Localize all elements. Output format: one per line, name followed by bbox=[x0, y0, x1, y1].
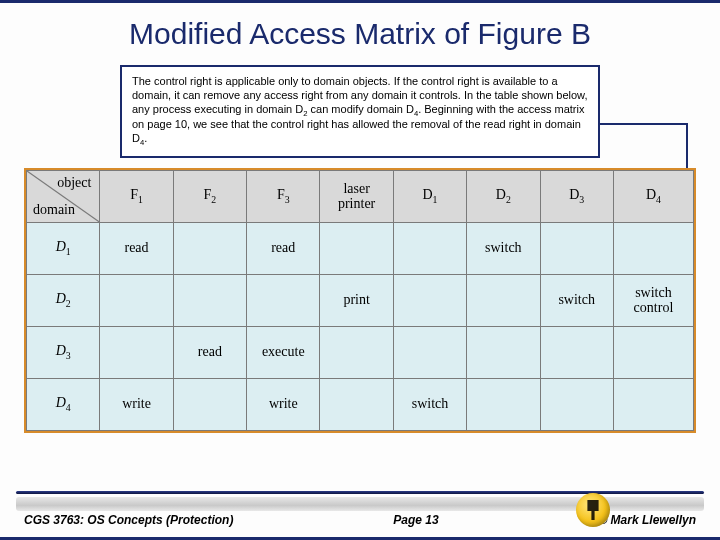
matrix-cell bbox=[173, 274, 246, 326]
row-header: D2 bbox=[27, 274, 100, 326]
matrix-cell bbox=[320, 222, 393, 274]
corner-cell: object domain bbox=[27, 170, 100, 222]
matrix-cell: switch bbox=[393, 378, 466, 430]
matrix-cell bbox=[540, 378, 613, 430]
col-header: D4 bbox=[613, 170, 693, 222]
corner-object-label: object bbox=[57, 175, 91, 191]
matrix-cell: execute bbox=[247, 326, 320, 378]
col-header: F3 bbox=[247, 170, 320, 222]
matrix-table: object domain F1 F2 F3 laserprinter D1 D… bbox=[26, 170, 694, 431]
matrix-cell: read bbox=[247, 222, 320, 274]
matrix-cell bbox=[613, 378, 693, 430]
col-header: laserprinter bbox=[320, 170, 393, 222]
matrix-cell: read bbox=[100, 222, 173, 274]
copyright: © Mark Llewellyn bbox=[598, 513, 696, 527]
table-row: object domain F1 F2 F3 laserprinter D1 D… bbox=[27, 170, 694, 222]
matrix-cell bbox=[247, 274, 320, 326]
table-row: D2 print switch switchcontrol bbox=[27, 274, 694, 326]
col-header: D3 bbox=[540, 170, 613, 222]
matrix-cell bbox=[467, 326, 540, 378]
table-row: D3 read execute bbox=[27, 326, 694, 378]
note-text: . bbox=[144, 132, 147, 144]
col-header: D2 bbox=[467, 170, 540, 222]
row-header: D4 bbox=[27, 378, 100, 430]
matrix-cell bbox=[540, 326, 613, 378]
explanation-note: The control right is applicable only to … bbox=[120, 65, 600, 158]
matrix-cell bbox=[467, 378, 540, 430]
matrix-cell: write bbox=[247, 378, 320, 430]
matrix-cell bbox=[100, 326, 173, 378]
page-number: Page 13 bbox=[393, 513, 438, 527]
matrix-cell bbox=[173, 222, 246, 274]
table-row: D4 write write switch bbox=[27, 378, 694, 430]
footer-bar bbox=[16, 491, 704, 494]
matrix-cell bbox=[320, 378, 393, 430]
matrix-cell bbox=[173, 378, 246, 430]
corner-domain-label: domain bbox=[33, 202, 75, 218]
matrix-cell: switchcontrol bbox=[613, 274, 693, 326]
matrix-cell bbox=[320, 326, 393, 378]
matrix-cell: switch bbox=[540, 274, 613, 326]
matrix-cell bbox=[613, 326, 693, 378]
note-text: can modify domain D bbox=[308, 103, 414, 115]
matrix-cell bbox=[393, 222, 466, 274]
matrix-cell bbox=[613, 222, 693, 274]
access-matrix: object domain F1 F2 F3 laserprinter D1 D… bbox=[24, 168, 696, 433]
row-header: D3 bbox=[27, 326, 100, 378]
matrix-cell bbox=[467, 274, 540, 326]
ucf-logo-icon bbox=[576, 493, 610, 527]
slide-title: Modified Access Matrix of Figure B bbox=[0, 3, 720, 61]
col-header: F1 bbox=[100, 170, 173, 222]
col-header: D1 bbox=[393, 170, 466, 222]
matrix-cell bbox=[540, 222, 613, 274]
matrix-cell: print bbox=[320, 274, 393, 326]
table-row: D1 read read switch bbox=[27, 222, 694, 274]
row-header: D1 bbox=[27, 222, 100, 274]
connector-line bbox=[594, 123, 688, 125]
footer: CGS 3763: OS Concepts (Protection) Page … bbox=[0, 491, 720, 531]
matrix-cell: read bbox=[173, 326, 246, 378]
col-header: F2 bbox=[173, 170, 246, 222]
slide: Modified Access Matrix of Figure B The c… bbox=[0, 0, 720, 540]
matrix-cell bbox=[393, 326, 466, 378]
matrix-cell bbox=[100, 274, 173, 326]
matrix-cell bbox=[393, 274, 466, 326]
matrix-cell: write bbox=[100, 378, 173, 430]
matrix-cell: switch bbox=[467, 222, 540, 274]
course-label: CGS 3763: OS Concepts (Protection) bbox=[24, 513, 233, 527]
